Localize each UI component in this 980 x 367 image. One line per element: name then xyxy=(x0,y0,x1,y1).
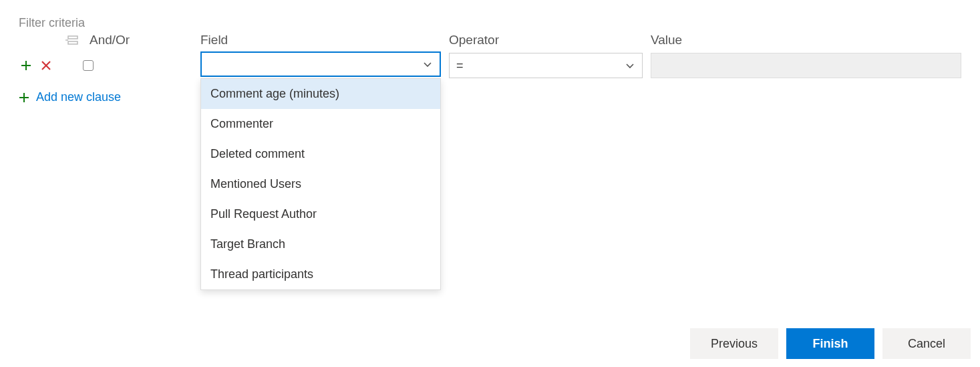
svg-rect-0 xyxy=(68,36,77,39)
chevron-down-icon xyxy=(625,60,635,71)
value-input[interactable] xyxy=(651,53,961,78)
field-option[interactable]: Comment age (minutes) xyxy=(201,79,440,109)
value-cell xyxy=(651,51,961,80)
operator-combobox-value: = xyxy=(456,59,464,73)
add-new-clause-link[interactable]: Add new clause xyxy=(19,90,121,104)
field-option[interactable]: Thread participants xyxy=(201,259,440,289)
field-option[interactable]: Deleted comment xyxy=(201,139,440,169)
field-dropdown[interactable]: Comment age (minutes)CommenterDeleted co… xyxy=(200,78,441,290)
clause-action-buttons xyxy=(19,58,53,73)
remove-clause-icon[interactable] xyxy=(39,58,53,73)
cancel-button[interactable]: Cancel xyxy=(882,328,971,359)
field-combobox[interactable] xyxy=(200,51,441,77)
col-header-value: Value xyxy=(651,33,961,51)
panel-title: Filter criteria xyxy=(19,16,961,30)
insert-row-icon xyxy=(64,35,80,45)
col-header-operator: Operator xyxy=(449,33,643,51)
wizard-footer: Previous Finish Cancel xyxy=(690,328,971,359)
operator-cell: = xyxy=(449,51,643,80)
field-cell: Comment age (minutes)CommenterDeleted co… xyxy=(200,51,441,80)
svg-rect-1 xyxy=(68,41,77,44)
col-header-andor: And/Or xyxy=(19,33,192,51)
plus-icon xyxy=(19,92,29,103)
add-new-clause-label: Add new clause xyxy=(36,90,121,104)
col-header-andor-label: And/Or xyxy=(90,33,130,47)
field-option[interactable]: Pull Request Author xyxy=(201,199,440,229)
criteria-grid: And/Or Field Operator Value xyxy=(19,33,961,80)
operator-combobox[interactable]: = xyxy=(449,53,643,78)
field-option[interactable]: Commenter xyxy=(201,109,440,139)
previous-button[interactable]: Previous xyxy=(690,328,778,359)
field-option[interactable]: Target Branch xyxy=(201,229,440,259)
finish-button[interactable]: Finish xyxy=(786,328,874,359)
filter-criteria-panel: Filter criteria And/Or Field Operator Va… xyxy=(0,0,980,367)
clause-actions-cell xyxy=(19,51,192,80)
chevron-down-icon xyxy=(422,59,433,70)
col-header-field: Field xyxy=(200,33,441,51)
add-clause-icon[interactable] xyxy=(19,58,33,73)
field-option[interactable]: Mentioned Users xyxy=(201,169,440,199)
group-checkbox[interactable] xyxy=(83,60,94,71)
